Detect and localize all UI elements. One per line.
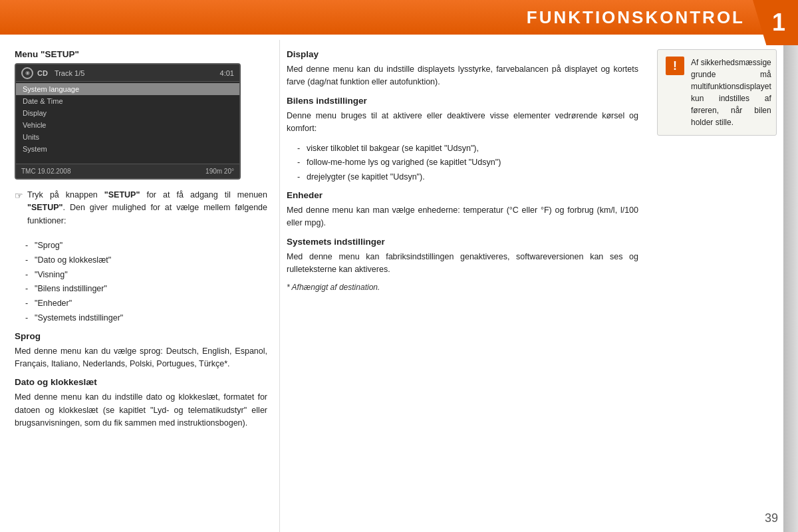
pointer-icon: ☞ <box>15 190 23 234</box>
bullet-dato: - "Dato og klokkeslæt" <box>25 254 267 267</box>
main-content: Menu "SETUP" ◉ CD Track 1/5 4:01 System … <box>0 40 783 532</box>
bilens-body: Denne menu bruges til at aktivere eller … <box>287 110 638 136</box>
pointer-instruction: ☞ Tryk på knappen "SETUP" for at få adga… <box>15 189 267 234</box>
dato-title: Dato og klokkeslæt <box>15 377 267 387</box>
bullet-dato-text: "Dato og klokkeslæt" <box>35 254 267 267</box>
bullet-sprog: - "Sprog" <box>25 239 267 252</box>
dato-body: Med denne menu kan du indstille dato og … <box>15 391 267 430</box>
warning-box: ! Af sikkerhedsmæssige grunde må multifu… <box>657 49 777 136</box>
setup-bold-1: "SETUP" <box>104 190 140 200</box>
bilens-bullet-2: - follow-me-home lys og varighed (se kap… <box>297 156 638 169</box>
footnote-text: * Afhængigt af destination. <box>287 283 638 292</box>
bullet-enheder-text: "Enheder" <box>35 297 267 310</box>
screen-bottom-bar: TMC 19.02.2008 190m 20° <box>16 164 239 178</box>
bullet-sprog-text: "Sprog" <box>35 239 267 252</box>
systemets-body: Med denne menu kan fabriksindstillingen … <box>287 251 638 277</box>
enheder-body: Med denne menu kan man vælge enhederne: … <box>287 204 638 230</box>
cd-icon: ◉ <box>21 67 33 79</box>
menu-item-display[interactable]: Display <box>16 107 239 119</box>
menu-item-units[interactable]: Units <box>16 131 239 143</box>
enheder-title: Enheder <box>287 190 638 200</box>
screen-cd-label: CD <box>37 69 48 77</box>
bullet-visning-text: "Visning" <box>35 269 267 281</box>
setup-bullet-list: - "Sprog" - "Dato og klokkeslæt" - "Visn… <box>25 239 267 325</box>
middle-column: Display Med denne menu kan du indstille … <box>279 40 650 532</box>
systemets-title: Systemets indstillinger <box>287 237 638 247</box>
sprog-title: Sprog <box>15 331 267 341</box>
bullet-enheder: - "Enheder" <box>25 297 267 310</box>
chapter-number: 1 <box>765 9 785 37</box>
warning-text: Af sikkerhedsmæssige grunde må multifunk… <box>691 57 771 128</box>
display-screen: ◉ CD Track 1/5 4:01 System language Date… <box>15 63 241 180</box>
display-body: Med denne menu kan du indstille displaye… <box>287 63 638 89</box>
bullet-systemets: - "Systemets indstillinger" <box>25 312 267 325</box>
header-bar: FUNKTIONSKONTROL <box>0 0 798 35</box>
bilens-bullet-3-text: drejelygter (se kapitlet "Udsyn"). <box>307 171 638 184</box>
right-edge-decoration <box>783 45 798 532</box>
menu-item-system[interactable]: System <box>16 143 239 155</box>
right-column: ! Af sikkerhedsmæssige grunde må multifu… <box>650 40 783 532</box>
exclamation-icon: ! <box>673 59 677 73</box>
page-number-bottom: 39 <box>765 511 778 525</box>
bullet-visning: - "Visning" <box>25 269 267 281</box>
warning-icon: ! <box>666 57 684 75</box>
screen-menu: System language Date & Time Display Vehi… <box>16 82 239 156</box>
sprog-body: Med denne menu kan du vælge sprog: Deuts… <box>15 345 267 371</box>
left-column: Menu "SETUP" ◉ CD Track 1/5 4:01 System … <box>0 40 279 532</box>
screen-time-label: 4:01 <box>220 69 234 77</box>
bilens-bullet-list: - visker tilkoblet til bakgear (se kapit… <box>297 142 638 184</box>
screen-bottom-right-text: 190m 20° <box>205 168 234 175</box>
right-edge-inner <box>783 45 798 532</box>
screen-top-bar: ◉ CD Track 1/5 4:01 <box>16 65 239 82</box>
display-title: Display <box>287 49 638 59</box>
menu-setup-title: Menu "SETUP" <box>15 49 267 59</box>
screen-bottom-left-text: TMC 19.02.2008 <box>21 168 205 175</box>
bullet-bilens-text: "Bilens indstillinger" <box>35 283 267 295</box>
pointer-text: Tryk på knappen "SETUP" for at få adgang… <box>27 189 267 227</box>
bullet-systemets-text: "Systemets indstillinger" <box>35 312 267 325</box>
menu-item-language[interactable]: System language <box>16 83 239 95</box>
bilens-title: Bilens indstillinger <box>287 96 638 106</box>
bilens-bullet-1: - visker tilkoblet til bakgear (se kapit… <box>297 142 638 155</box>
bullet-bilens: - "Bilens indstillinger" <box>25 283 267 295</box>
bilens-bullet-2-text: follow-me-home lys og varighed (se kapit… <box>307 156 638 169</box>
header-title: FUNKTIONSKONTROL <box>527 7 745 28</box>
menu-item-datetime[interactable]: Date & Time <box>16 95 239 107</box>
menu-item-vehicle[interactable]: Vehicle <box>16 119 239 131</box>
bilens-bullet-3: - drejelygter (se kapitlet "Udsyn"). <box>297 171 638 184</box>
bilens-bullet-1-text: visker tilkoblet til bakgear (se kapitle… <box>307 142 638 155</box>
setup-bold-2: "SETUP" <box>27 203 63 212</box>
screen-track-label: Track 1/5 <box>55 69 220 77</box>
